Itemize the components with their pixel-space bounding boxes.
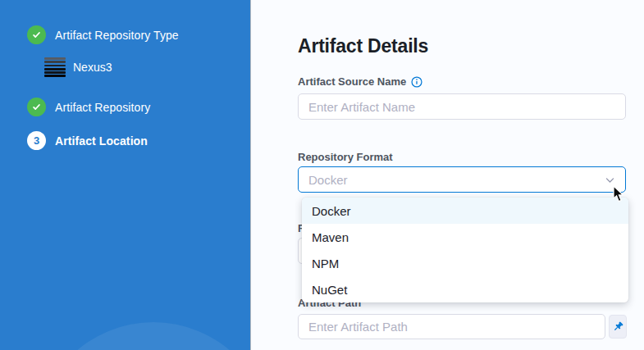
sidebar-step-artifact-location[interactable]: 3 Artifact Location <box>27 131 148 150</box>
step-label: Artifact Location <box>55 134 148 148</box>
decorative-circle <box>36 322 271 350</box>
select-value: Docker <box>308 173 348 187</box>
label-text: Repository Format <box>298 151 393 163</box>
nexus3-icon <box>44 57 66 77</box>
step-label: Artifact Repository Type <box>55 29 179 42</box>
label-text: Artifact Source Name <box>298 75 406 88</box>
sidebar-step-artifact-repository-type[interactable]: Artifact Repository Type <box>27 25 179 44</box>
check-icon <box>27 98 46 116</box>
pin-icon <box>612 320 624 333</box>
artifact-source-name-input[interactable] <box>298 93 626 120</box>
repository-format-select[interactable]: Docker <box>298 166 626 193</box>
step-number-icon: 3 <box>27 131 46 150</box>
page-title: Artifact Details <box>298 35 428 57</box>
dropdown-option-docker[interactable]: Docker <box>302 198 628 224</box>
repository-format-label: Repository Format <box>298 151 393 163</box>
sidebar-substep-nexus3[interactable]: Nexus3 <box>44 57 112 77</box>
info-icon[interactable] <box>411 76 422 88</box>
step-label: Artifact Repository <box>55 101 150 114</box>
sidebar-step-artifact-repository[interactable]: Artifact Repository <box>27 98 150 116</box>
artifact-wizard-screen: Artifact Repository Type Nexus3 Artifact… <box>0 0 644 350</box>
dropdown-option-nuget[interactable]: NuGet <box>302 276 628 302</box>
dropdown-option-maven[interactable]: Maven <box>302 224 628 250</box>
chevron-down-icon <box>605 175 615 185</box>
dropdown-option-npm[interactable]: NPM <box>302 250 628 276</box>
pin-button[interactable] <box>609 315 627 339</box>
check-icon <box>27 25 46 44</box>
artifact-path-input[interactable] <box>298 314 605 339</box>
wizard-sidebar: Artifact Repository Type Nexus3 Artifact… <box>0 0 251 350</box>
repository-format-dropdown-menu: Docker Maven NPM NuGet <box>302 198 628 302</box>
artifact-source-name-label: Artifact Source Name <box>298 75 422 88</box>
substep-label: Nexus3 <box>73 61 112 74</box>
